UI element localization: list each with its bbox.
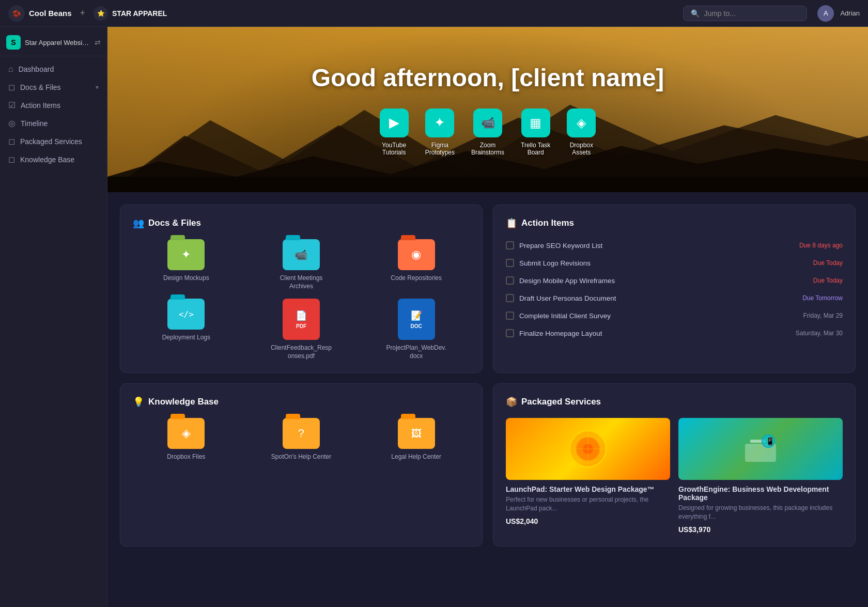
client-logo-icon: ⭐	[94, 6, 108, 21]
main-layout: S Star Apparel Website ... ⇄ ⌂ Dashboard…	[0, 27, 868, 607]
quick-link-youtube[interactable]: ▶ YouTubeTutorials	[380, 108, 409, 156]
sidebar-item-packaged-services[interactable]: ◻ Packaged Services	[0, 132, 107, 150]
zoom-icon: 📹	[481, 116, 495, 130]
file-item-project-plan[interactable]: 📝 DOC ProjectPlan_WebDev.docx	[363, 299, 470, 360]
user-avatar[interactable]: A	[817, 5, 834, 22]
kb-item-dropbox[interactable]: ◈ Dropbox Files	[133, 418, 240, 461]
youtube-icon-box: ▶	[380, 108, 409, 137]
client-name: STAR APPAREL	[112, 9, 167, 18]
client-brand[interactable]: ⭐ STAR APPAREL	[94, 6, 167, 21]
sidebar-item-dashboard[interactable]: ⌂ Dashboard	[0, 60, 107, 78]
folder-video-icon: 📹	[295, 248, 307, 261]
kb-folder-legal: 🖼	[398, 418, 435, 449]
avatar-initial: A	[824, 9, 828, 17]
action-label-survey: Complete Initial Client Survey	[519, 312, 611, 320]
kb-item-spoton[interactable]: ? SpotOn's Help Center	[248, 418, 355, 461]
launchpad-price: US$2,040	[506, 517, 670, 525]
dropbox-icon: ◈	[577, 116, 586, 130]
dropbox-label: DropboxAssets	[570, 142, 593, 156]
quick-link-trello[interactable]: ▦ Trello TaskBoard	[521, 108, 550, 156]
kb-spoton-label: SpotOn's Help Center	[271, 453, 331, 461]
workspace-name: Star Apparel Website ...	[25, 39, 90, 46]
packaged-services-title-icon: 📦	[506, 396, 517, 408]
doc-icon: 📝	[411, 310, 422, 321]
due-seo: Due 8 days ago	[799, 242, 843, 249]
checkbox-homepage[interactable]	[506, 329, 514, 337]
kb-item-legal[interactable]: 🖼 Legal Help Center	[363, 418, 470, 461]
action-items-title-icon: 📋	[506, 217, 517, 229]
sidebar-label-docs-files: Docs & Files	[20, 83, 90, 91]
knowledge-base-icon: ◻	[8, 154, 15, 164]
action-items-icon: ☑	[8, 100, 16, 110]
file-item-design-mockups[interactable]: ✦ Design Mockups	[133, 239, 240, 290]
service-launchpad[interactable]: LaunchPad: Starter Web Design Package™ P…	[506, 418, 670, 534]
action-item-seo: Prepare SEO Keyword List Due 8 days ago	[506, 239, 843, 252]
due-survey: Friday, Mar 29	[803, 312, 843, 319]
svg-text:📱: 📱	[766, 437, 775, 446]
sidebar-item-timeline[interactable]: ◎ Timeline	[0, 114, 107, 132]
file-item-deployment-logs[interactable]: </> Deployment Logs	[133, 299, 240, 360]
checkbox-survey[interactable]	[506, 312, 514, 320]
sidebar-label-knowledge-base: Knowledge Base	[20, 155, 99, 164]
checkbox-seo[interactable]	[506, 241, 514, 250]
docs-files-title-icon: 👥	[133, 217, 144, 229]
service-launchpad-image	[506, 418, 670, 480]
packaged-services-card: 📦 Packaged Services	[493, 383, 856, 547]
action-items-title: 📋 Action Items	[506, 217, 843, 229]
knowledge-base-title-icon: 💡	[133, 396, 144, 408]
sidebar: S Star Apparel Website ... ⇄ ⌂ Dashboard…	[0, 27, 107, 607]
action-item-survey: Complete Initial Client Survey Friday, M…	[506, 309, 843, 322]
action-label-personas: Draft User Personas Document	[519, 294, 616, 302]
trello-label: Trello TaskBoard	[521, 142, 550, 156]
quick-link-dropbox[interactable]: ◈ DropboxAssets	[567, 108, 596, 156]
checkbox-personas[interactable]	[506, 294, 514, 302]
sidebar-item-docs-files[interactable]: ◻ Docs & Files ▾	[0, 78, 107, 96]
code-repos-label: Code Repositories	[391, 274, 442, 283]
sidebar-item-knowledge-base[interactable]: ◻ Knowledge Base	[0, 150, 107, 168]
file-item-client-feedback[interactable]: 📄 PDF ClientFeedback_Responses.pdf	[248, 299, 355, 360]
sidebar-label-packaged-services: Packaged Services	[20, 137, 99, 146]
checkbox-wireframes[interactable]	[506, 276, 514, 285]
action-label-wireframes: Design Mobile App Wireframes	[519, 277, 615, 285]
sidebar-label-action-items: Action Items	[21, 101, 99, 110]
legal-folder-icon: 🖼	[411, 428, 422, 440]
docs-files-card: 👥 Docs & Files ✦ Design Mockups 📹	[120, 205, 483, 373]
brand-logo-area: 🫘 Cool Beans	[8, 5, 72, 22]
file-item-client-meetings[interactable]: 📹 Client MeetingsArchives	[248, 239, 355, 290]
zoom-icon-box: 📹	[473, 108, 502, 137]
dropbox-icon-box: ◈	[567, 108, 596, 137]
file-doc-icon: 📝 DOC	[398, 299, 435, 340]
sidebar-label-timeline: Timeline	[21, 119, 99, 128]
svg-rect-3	[107, 177, 868, 192]
client-meetings-label: Client MeetingsArchives	[280, 274, 323, 290]
growth-engine-price: US$3,970	[678, 525, 843, 534]
launchpad-desc: Perfect for new businesses or personal p…	[506, 495, 670, 513]
sidebar-item-action-items[interactable]: ☑ Action Items	[0, 96, 107, 114]
youtube-icon: ▶	[389, 115, 399, 131]
brand-logo-icon: 🫘	[8, 5, 25, 22]
action-item-homepage: Finalize Homepage Layout Saturday, Mar 3…	[506, 327, 843, 339]
sidebar-label-dashboard: Dashboard	[19, 65, 99, 73]
quick-link-figma[interactable]: ✦ FigmaPrototypes	[425, 108, 455, 156]
file-item-code-repos[interactable]: ◉ Code Repositories	[363, 239, 470, 290]
trello-icon: ▦	[530, 116, 541, 130]
packaged-services-title: 📦 Packaged Services	[506, 396, 843, 408]
search-bar[interactable]: 🔍 Jump to...	[683, 6, 807, 21]
action-label-homepage: Finalize Homepage Layout	[519, 330, 602, 337]
packaged-services-icon: ◻	[8, 136, 15, 146]
workspace-sync-icon[interactable]: ⇄	[95, 38, 101, 46]
hero-banner: Good afternoon, [client name] ▶ YouTubeT…	[107, 27, 868, 192]
add-client-button[interactable]: +	[80, 8, 86, 19]
workspace-item[interactable]: S Star Apparel Website ... ⇄	[0, 31, 107, 56]
spoton-folder-icon: ?	[298, 427, 304, 440]
knowledge-base-title: 💡 Knowledge Base	[133, 396, 470, 408]
due-homepage: Saturday, Mar 30	[796, 330, 843, 337]
service-growth-engine[interactable]: 📱 GrowthEngine: Business Web Development…	[678, 418, 843, 534]
youtube-label: YouTubeTutorials	[382, 142, 406, 156]
checkbox-logo[interactable]	[506, 259, 514, 267]
quick-link-zoom[interactable]: 📹 ZoomBrainstorms	[471, 108, 504, 156]
workspace-icon: S	[6, 35, 21, 50]
timeline-icon: ◎	[8, 118, 16, 128]
action-item-logo: Submit Logo Revisions Due Today	[506, 257, 843, 269]
growth-engine-name: GrowthEngine: Business Web Development P…	[678, 485, 843, 502]
